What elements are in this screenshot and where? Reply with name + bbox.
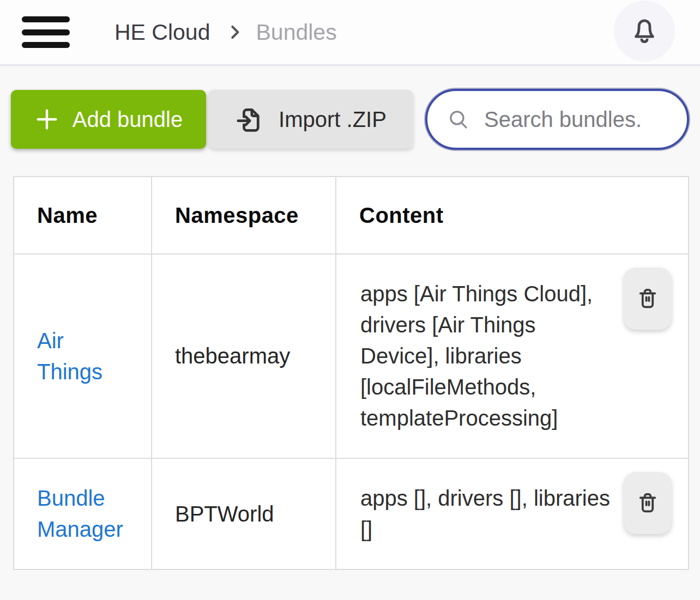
column-header-namespace: Namespace <box>152 177 336 254</box>
delete-bundle-button[interactable] <box>624 472 672 534</box>
table-header-row: Name Namespace Content <box>14 177 689 254</box>
bundle-name-cell: Bundle Manager <box>14 458 152 569</box>
hamburger-icon <box>22 16 70 22</box>
plus-icon <box>34 107 59 132</box>
import-zip-label: Import .ZIP <box>279 107 387 132</box>
bundle-content-cell: apps [Air Things Cloud], drivers [Air Th… <box>336 254 689 458</box>
search-icon <box>447 108 470 131</box>
notifications-button[interactable] <box>614 1 675 62</box>
trash-icon <box>635 490 661 516</box>
trash-icon <box>635 286 661 312</box>
file-import-icon <box>235 105 264 134</box>
toolbar: Add bundle Import .ZIP <box>0 66 700 150</box>
table-row: Bundle Manager BPTWorld apps [], drivers… <box>14 458 689 569</box>
import-zip-button[interactable]: Import .ZIP <box>208 90 413 149</box>
bundle-name-cell: Air Things <box>14 254 152 458</box>
main-content: Add bundle Import .ZIP <box>0 66 700 570</box>
breadcrumb: HE Cloud Bundles <box>114 20 337 45</box>
bundle-namespace-cell: BPTWorld <box>152 458 336 569</box>
bundle-content-text: apps [Air Things Cloud], drivers [Air Th… <box>360 282 593 430</box>
bundle-namespace-cell: thebearmay <box>152 254 336 458</box>
breadcrumb-current: Bundles <box>256 20 336 45</box>
chevron-right-icon <box>226 20 244 45</box>
column-header-content: Content <box>336 177 689 254</box>
bundle-link-air-things[interactable]: Air Things <box>37 329 102 384</box>
top-bar: HE Cloud Bundles <box>0 0 700 66</box>
table-row: Air Things thebearmay apps [Air Things C… <box>14 254 689 458</box>
bundle-content-text: apps [], drivers [], libraries [] <box>360 486 610 541</box>
menu-button[interactable] <box>22 16 70 49</box>
breadcrumb-root[interactable]: HE Cloud <box>114 20 210 45</box>
bell-icon <box>629 14 660 48</box>
bundle-link-bundle-manager[interactable]: Bundle Manager <box>37 486 123 541</box>
bundle-content-cell: apps [], drivers [], libraries [] <box>336 458 689 569</box>
add-bundle-label: Add bundle <box>73 107 183 132</box>
bundles-table: Name Namespace Content Air Things thebea… <box>13 176 689 570</box>
search-box <box>425 89 689 150</box>
column-header-name: Name <box>14 177 152 254</box>
add-bundle-button[interactable]: Add bundle <box>11 90 206 149</box>
search-input[interactable] <box>484 107 674 132</box>
delete-bundle-button[interactable] <box>624 268 672 330</box>
